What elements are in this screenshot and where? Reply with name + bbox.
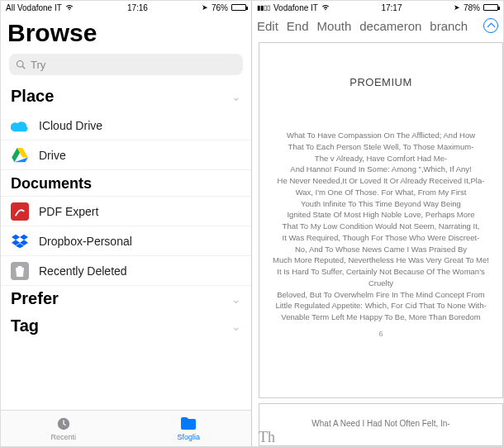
location-label: Drive xyxy=(39,149,66,162)
icloud-icon xyxy=(11,117,29,135)
dropbox-icon xyxy=(11,232,29,250)
chevron-down-icon: ⌄ xyxy=(231,292,241,306)
search-icon xyxy=(16,59,26,69)
clock-label: 17:16 xyxy=(127,3,148,12)
tab-label: Sfoglia xyxy=(177,433,200,441)
location-label: PDF Expert xyxy=(39,205,98,218)
battery-icon xyxy=(231,4,246,11)
battery-icon xyxy=(483,4,498,11)
files-browse-panel: All Vodafone IT 17:16 ➤ 76% Browse Try P… xyxy=(1,1,252,446)
page-body-text: What To Have Compassion On The Afflicted… xyxy=(273,130,489,323)
toolbar-word[interactable]: decameron xyxy=(359,19,421,33)
toolbar-word[interactable]: End xyxy=(287,19,309,33)
reader-bottom-bar: Th xyxy=(259,425,275,446)
clock-label: 17:17 xyxy=(381,3,402,12)
page-body-text: What A Need I Had Not Often Felt, In- xyxy=(311,419,449,428)
tab-browse[interactable]: Sfoglia xyxy=(126,411,252,446)
folder-icon xyxy=(180,416,197,431)
location-dropbox-personal[interactable]: Dropbox-Personal xyxy=(1,226,251,256)
search-input[interactable]: Try xyxy=(9,54,243,75)
section-place[interactable]: Place ⌄ xyxy=(1,83,251,111)
svg-line-1 xyxy=(22,66,25,69)
battery-pct-label: 76% xyxy=(212,3,228,12)
reader-toolbar: Edit End Mouth decameron branch xyxy=(252,14,503,37)
toolbar-word[interactable]: Edit xyxy=(257,19,278,33)
location-label: Recently Deleted xyxy=(39,264,127,278)
signal-icon: ▮▮▯▯ xyxy=(257,4,270,12)
page-number: 6 xyxy=(378,330,383,338)
gdrive-icon xyxy=(11,146,29,164)
page-heading: PROEMIUM xyxy=(349,76,412,88)
svg-point-0 xyxy=(17,61,24,68)
chevron-down-icon: ⌄ xyxy=(231,90,241,103)
status-bar-right: ▮▮▯▯ Vodafone IT 17:17 ➤ 78% xyxy=(252,1,503,14)
chevron-down-icon: ⌄ xyxy=(231,320,241,333)
location-icon: ➤ xyxy=(202,3,208,12)
reader-page[interactable]: PROEMIUM What To Have Compassion On The … xyxy=(259,42,503,398)
location-pdf-expert[interactable]: PDF Expert xyxy=(1,197,251,226)
clock-icon xyxy=(55,416,72,431)
location-icon: ➤ xyxy=(454,3,460,12)
section-tag[interactable]: Tag ⌄ xyxy=(1,313,251,340)
drop-cap: Th xyxy=(259,429,275,446)
pdf-expert-icon xyxy=(11,202,29,221)
location-label: Dropbox-Personal xyxy=(39,235,132,248)
toolbar-word[interactable]: branch xyxy=(430,19,468,33)
location-icloud-drive[interactable]: ICloud Drive xyxy=(1,111,251,140)
location-recently-deleted[interactable]: Recently Deleted xyxy=(1,256,251,286)
section-prefer-title: Prefer xyxy=(11,289,59,308)
reader-panel: ▮▮▯▯ Vodafone IT 17:17 ➤ 78% Edit End Mo… xyxy=(252,1,503,446)
location-google-drive[interactable]: Drive xyxy=(1,140,251,170)
page-title: Browse xyxy=(1,14,251,54)
carrier-label: All Vodafone IT xyxy=(6,3,62,12)
toolbar-word[interactable]: Mouth xyxy=(317,19,352,33)
section-documents-title: Documents xyxy=(1,170,251,197)
battery-pct-label: 78% xyxy=(464,3,480,12)
compass-icon[interactable] xyxy=(483,18,498,33)
wifi-icon xyxy=(65,4,74,11)
trash-icon xyxy=(11,262,29,280)
section-prefer[interactable]: Prefer ⌄ xyxy=(1,286,251,313)
wifi-icon xyxy=(321,4,330,11)
location-label: ICloud Drive xyxy=(39,119,102,132)
status-bar-left: All Vodafone IT 17:16 ➤ 76% xyxy=(1,1,251,14)
carrier-label: Vodafone IT xyxy=(273,3,318,12)
tab-label: Recenti xyxy=(50,433,76,441)
section-place-title: Place xyxy=(11,87,54,106)
section-tag-title: Tag xyxy=(11,316,39,335)
tab-bar: Recenti Sfoglia xyxy=(1,410,251,446)
search-placeholder: Try xyxy=(31,59,45,71)
tab-recent[interactable]: Recenti xyxy=(1,411,126,446)
reader-next-page[interactable]: What A Need I Had Not Often Felt, In- xyxy=(259,403,503,446)
